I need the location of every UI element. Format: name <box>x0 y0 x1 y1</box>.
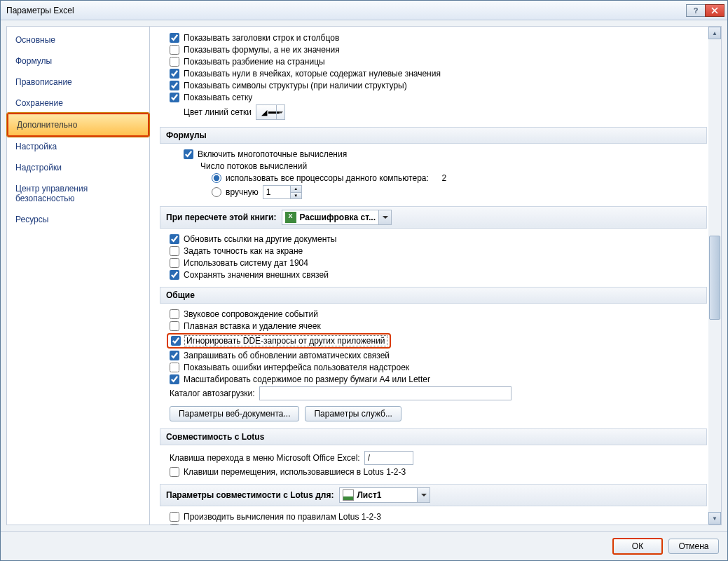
cb-update-links[interactable] <box>170 234 179 244</box>
cb-multithread[interactable] <box>184 149 193 159</box>
cb-ask-update[interactable] <box>170 351 179 360</box>
section-recalc: При пересчете этой книги: Расшифровка ст… <box>160 206 707 229</box>
lbl-smooth-ins[interactable]: Плавная вставка и удаление ячеек <box>184 321 321 331</box>
cb-show-pagebreaks[interactable] <box>170 57 179 67</box>
lotus-sheet-combo[interactable]: Лист1 <box>339 487 430 503</box>
titlebar: Параметры Excel <box>1 1 727 20</box>
section-lotus-label: Совместимость с Lotus <box>166 432 264 442</box>
sidebar-item-formulas[interactable]: Формулы <box>7 50 149 72</box>
lbl-update-links[interactable]: Обновить ссылки на другие документы <box>184 234 336 244</box>
lbl-precision[interactable]: Задать точность как на экране <box>184 246 303 256</box>
sidebar-item-trust[interactable]: Центр управления безопасностью <box>7 178 149 209</box>
window-title: Параметры Excel <box>6 6 687 15</box>
lotus-sheet-name: Лист1 <box>357 490 381 500</box>
cpu-count: 2 <box>442 173 447 183</box>
recalc-book-name: Расшифровка ст... <box>299 212 376 222</box>
cb-precision[interactable] <box>170 246 179 256</box>
lbl-ask-update[interactable]: Запрашивать об обновлении автоматических… <box>184 351 390 360</box>
close-button[interactable] <box>705 4 724 17</box>
sidebar-item-addins[interactable]: Надстройки <box>7 157 149 178</box>
lbl-show-grid[interactable]: Показывать сетку <box>184 93 252 102</box>
lbl-show-pagebreaks[interactable]: Показывать разбиение на страницы <box>184 57 325 67</box>
sidebar-item-general[interactable]: Основные <box>7 29 149 50</box>
scroll-up-arrow[interactable]: ▲ <box>708 27 721 39</box>
lbl-show-zeros[interactable]: Показывать нули в ячейках, которые содер… <box>184 69 441 79</box>
lbl-show-formulas[interactable]: Показывать формулы, а не их значения <box>184 45 340 55</box>
lbl-threads: Число потоков вычислений <box>200 161 307 171</box>
threads-input[interactable] <box>263 186 290 198</box>
dropdown-icon <box>276 105 284 119</box>
startup-dir-input[interactable] <box>259 386 511 400</box>
bucket-icon: ◢ <box>261 108 267 117</box>
options-content: ▲ ▼ Показывать заголовки строк и столбцо… <box>150 26 722 525</box>
lbl-date1904[interactable]: Использовать систему дат 1904 <box>184 258 308 268</box>
scroll-down-arrow[interactable]: ▼ <box>708 512 721 525</box>
spin-up-icon[interactable]: ▲ <box>291 186 301 193</box>
cb-ignore-dde[interactable] <box>171 336 181 346</box>
lbl-lotus-conv[interactable]: Преобразование формул в формат Excel при… <box>184 524 387 525</box>
cb-lotus-nav[interactable] <box>170 467 179 477</box>
cb-date1904[interactable] <box>170 258 179 268</box>
sidebar-item-save[interactable]: Сохранение <box>7 93 149 114</box>
web-options-button[interactable]: Параметры веб-документа... <box>170 406 299 421</box>
menu-key-input[interactable] <box>364 451 413 465</box>
cb-show-grid[interactable] <box>170 93 179 102</box>
section-formulas: Формулы <box>160 127 707 144</box>
recalc-book-combo[interactable]: Расшифровка ст... <box>282 210 392 225</box>
cb-show-zeros[interactable] <box>170 69 179 79</box>
cb-show-outline[interactable] <box>170 81 179 90</box>
cb-save-ext[interactable] <box>170 270 179 280</box>
dde-highlight: Игнорировать DDE-запросы от других прило… <box>167 333 391 349</box>
lbl-show-outline[interactable]: Показывать символы структуры (при наличи… <box>184 81 407 90</box>
cb-show-formulas[interactable] <box>170 45 179 55</box>
cb-show-headers[interactable] <box>170 33 179 43</box>
cb-lotus-conv[interactable] <box>170 524 179 525</box>
lbl-ignore-dde[interactable]: Игнорировать DDE-запросы от других прило… <box>185 336 387 346</box>
section-general: Общие <box>160 287 707 304</box>
chevron-down-icon <box>417 488 430 502</box>
cancel-button[interactable]: Отмена <box>668 539 719 554</box>
sheet-icon <box>343 489 354 501</box>
section-lotus-sheet-label: Параметры совместимости с Lotus для: <box>166 490 334 500</box>
lbl-lotus-nav[interactable]: Клавиши перемещения, использовавшиеся в … <box>184 467 406 477</box>
section-formulas-label: Формулы <box>166 130 207 140</box>
dialog-footer: ОК Отмена <box>1 531 727 560</box>
cb-sound[interactable] <box>170 309 179 319</box>
ok-button[interactable]: ОК <box>612 538 663 555</box>
lbl-addin-err[interactable]: Показывать ошибки интерфейса пользовател… <box>184 363 409 372</box>
cb-lotus-calc[interactable] <box>170 512 179 522</box>
threads-spinner[interactable]: ▲▼ <box>263 185 302 199</box>
lbl-lotus-calc[interactable]: Производить вычисления по правилам Lotus… <box>184 512 381 522</box>
section-lotus: Совместимость с Lotus <box>160 428 707 445</box>
lbl-show-headers[interactable]: Показывать заголовки строк и столбцов <box>184 33 339 43</box>
lbl-menu-key: Клавиша перехода в меню Microsoft Office… <box>170 453 360 463</box>
sidebar-item-customize[interactable]: Настройка <box>7 136 149 157</box>
grid-color-picker[interactable]: ◢ <box>256 104 285 120</box>
options-dialog: Параметры Excel Основные Формулы Правопи… <box>0 0 728 561</box>
lbl-scale-a4[interactable]: Масштабировать содержимое по размеру бум… <box>184 374 430 384</box>
scrollbar-thumb[interactable] <box>709 236 720 320</box>
category-sidebar: Основные Формулы Правописание Сохранение… <box>6 26 150 525</box>
lbl-sound[interactable]: Звуковое сопровождение событий <box>184 309 318 319</box>
chevron-down-icon <box>378 210 391 224</box>
section-lotus-sheet: Параметры совместимости с Lotus для: Лис… <box>160 484 707 506</box>
cb-smooth-ins[interactable] <box>170 321 179 331</box>
scrollbar-track[interactable] <box>708 39 721 512</box>
spin-down-icon[interactable]: ▼ <box>291 193 301 199</box>
lbl-grid-color: Цвет линий сетки <box>184 107 252 117</box>
section-general-label: Общие <box>166 290 195 300</box>
lbl-save-ext[interactable]: Сохранять значения внешних связей <box>184 270 329 280</box>
lbl-startup-dir: Каталог автозагрузки: <box>170 388 255 398</box>
rb-use-all-cpu[interactable] <box>212 173 221 183</box>
lbl-use-all-cpu[interactable]: использовать все процессоры данного комп… <box>226 173 429 183</box>
sidebar-item-advanced[interactable]: Дополнительно <box>7 113 149 137</box>
help-button[interactable] <box>686 4 706 17</box>
cb-addin-err[interactable] <box>170 363 179 372</box>
sidebar-item-resources[interactable]: Ресурсы <box>7 209 149 230</box>
cb-scale-a4[interactable] <box>170 374 179 384</box>
rb-manual-cpu[interactable] <box>212 187 221 197</box>
sidebar-item-proofing[interactable]: Правописание <box>7 72 149 93</box>
service-options-button[interactable]: Параметры служб... <box>305 406 401 421</box>
lbl-multithread[interactable]: Включить многопоточные вычисления <box>198 149 347 159</box>
lbl-manual-cpu[interactable]: вручную <box>226 187 259 197</box>
